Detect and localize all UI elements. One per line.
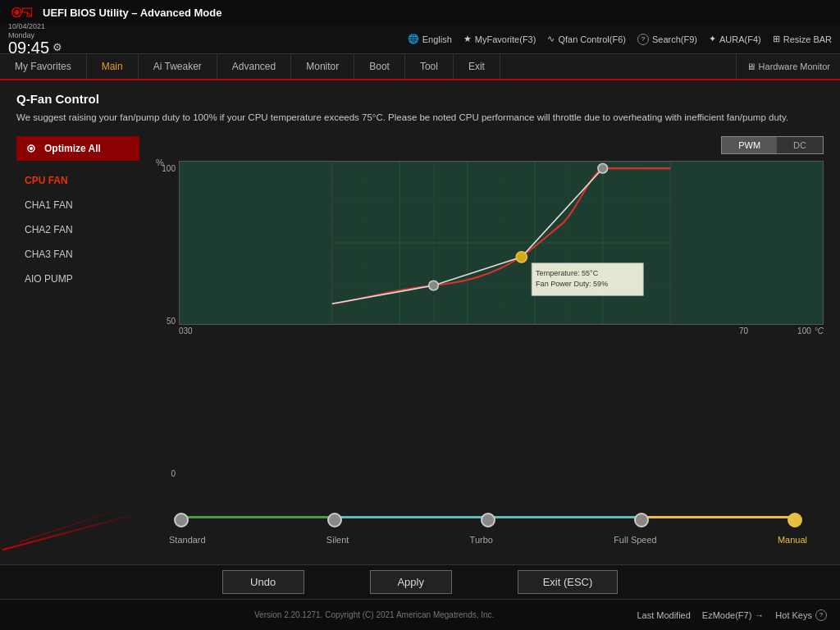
x-label-100: 100 °C [797,326,824,336]
nav-exit-label: Exit [468,61,485,72]
optimize-all-label: Optimize All [44,143,101,154]
language-selector[interactable]: 🌐 English [408,34,452,44]
nav-ai-tweaker[interactable]: Ai Tweaker [139,53,217,80]
preset-slider: Standard Silent Turbo Full Speed Manual [153,504,824,564]
top-bar: UEFI BIOS Utility – Advanced Mode [0,0,840,25]
second-bar: 10/04/2021 Monday 09:45 ⚙ 🌐 English ★ My… [0,25,840,54]
y-label-0: 0 [171,469,176,478]
footer-bar: Version 2.20.1271. Copyright (C) 2021 Am… [0,599,840,630]
svg-point-25 [516,252,527,262]
preset-node-turbo[interactable] [481,513,495,527]
hot-keys-btn[interactable]: Hot Keys ? [775,609,827,621]
search-label: Search(F9) [652,34,697,44]
x-label-30: 30 [184,326,193,336]
fan-item-aio[interactable]: AIO PUMP [16,267,139,290]
nav-my-favorites-label: My Favorites [15,61,71,72]
x-labels: 0 30 70 100 °C [179,325,824,336]
hardware-monitor-btn[interactable]: 🖥 Hardware Monitor [736,53,840,80]
nav-exit[interactable]: Exit [454,53,500,80]
optimize-all-button[interactable]: Optimize All [16,136,139,161]
svg-point-26 [598,164,608,174]
fan-item-cha3[interactable]: CHA3 FAN [16,243,139,266]
fan-item-cpu[interactable]: CPU FAN [16,169,139,192]
nav-advanced[interactable]: Advanced [217,53,291,80]
bottom-btn-bar: Undo Apply Exit (ESC) [0,564,840,599]
svg-text:Fan Power Duty: 59%: Fan Power Duty: 59% [536,280,608,288]
svg-text:Temperature: 55°C: Temperature: 55°C [536,269,599,277]
nav-tool[interactable]: Tool [405,53,454,80]
pwm-toggle-btn[interactable]: PWM [722,137,777,153]
my-favorite-btn[interactable]: ★ MyFavorite(F3) [463,34,536,44]
window-title: UEFI BIOS Utility – Advanced Mode [43,7,830,19]
last-modified-label: Last Modified [637,610,690,620]
dc-toggle-btn[interactable]: DC [777,137,823,153]
svg-point-5 [30,147,33,150]
hot-keys-label: Hot Keys [775,610,812,620]
nav-my-favorites[interactable]: My Favorites [0,53,87,80]
nav-boot-label: Boot [369,61,390,72]
preset-node-standard[interactable] [174,513,189,527]
arrow-icon: → [755,610,764,620]
apply-button[interactable]: Apply [370,570,452,594]
qfan-label: Qfan Control(F6) [558,34,626,44]
undo-button[interactable]: Undo [222,570,304,594]
slider-nodes [177,513,799,527]
fan-icon: ∿ [547,34,555,44]
resize-icon: ⊞ [773,34,780,44]
fan-curve-svg: Temperature: 55°C Fan Power Duty: 59% [179,161,824,325]
undo-label: Undo [250,576,276,588]
chart-container: PWM DC % 100 50 0 [153,136,824,564]
qfan-control-btn[interactable]: ∿ Qfan Control(F6) [547,34,626,44]
date-label: 10/04/2021 Monday [8,22,62,40]
nav-advanced-label: Advanced [232,61,276,72]
monitor-icon: 🖥 [746,62,756,71]
resize-label: Resize BAR [783,34,832,44]
preset-manual-label: Manual [778,535,807,545]
fan-control-area: Optimize All CPU FAN CHA1 FAN CHA2 FAN C… [16,136,824,564]
svg-line-3 [27,12,32,16]
last-modified-btn[interactable]: Last Modified [637,610,690,620]
nav-monitor-label: Monitor [306,61,339,72]
fan-item-cha1[interactable]: CHA1 FAN [16,194,139,217]
exit-button[interactable]: Exit (ESC) [518,570,619,594]
nav-main[interactable]: Main [87,53,139,80]
search-btn[interactable]: ? Search(F9) [637,34,697,45]
language-label: English [422,34,452,44]
gear-icon[interactable]: ⚙ [52,42,62,53]
rog-logo-icon [10,3,33,21]
fan-item-cha2[interactable]: CHA2 FAN [16,218,139,241]
ez-mode-btn[interactable]: EzMode(F7) → [702,610,765,620]
section-title: Q-Fan Control [16,92,824,106]
preset-node-manual[interactable] [788,513,802,527]
resize-bar-btn[interactable]: ⊞ Resize BAR [773,34,832,44]
chart-svg-container[interactable]: Temperature: 55°C Fan Power Duty: 59% 0 … [179,161,824,482]
nav-boot[interactable]: Boot [354,53,405,80]
nav-monitor[interactable]: Monitor [291,53,354,80]
preset-turbo-label: Turbo [470,535,493,545]
dc-label: DC [793,140,806,150]
search-icon: ? [637,34,649,45]
y-unit-label: % [156,158,164,167]
fan-list: Optimize All CPU FAN CHA1 FAN CHA2 FAN C… [16,136,139,564]
aura-btn[interactable]: ✦ AURA(F4) [709,34,761,44]
warning-text: We suggest raising your fan/pump duty to… [16,111,824,125]
y-label-50: 50 [167,317,176,326]
main-content: Q-Fan Control We suggest raising your fa… [0,80,840,564]
preset-fullspeed-label: Full Speed [614,535,657,545]
globe-icon: 🌐 [408,34,419,44]
aio-pump-label: AIO PUMP [25,273,73,285]
pwm-dc-row: PWM DC [153,136,824,158]
preset-node-fullspeed[interactable] [634,513,649,527]
preset-silent-label: Silent [326,535,349,545]
svg-point-24 [429,281,439,290]
footer-copyright: Version 2.20.1271. Copyright (C) 2021 Am… [112,610,637,619]
cpu-fan-label: CPU FAN [25,175,68,186]
datetime-block: 10/04/2021 Monday 09:45 ⚙ [8,22,62,57]
rog-small-icon [26,142,39,155]
nav-bar: My Favorites Main Ai Tweaker Advanced Mo… [0,54,840,80]
cha3-fan-label: CHA3 FAN [25,249,73,260]
x-label-70: 70 [739,326,748,336]
cha1-fan-label: CHA1 FAN [25,199,73,211]
preset-node-silent[interactable] [327,513,342,527]
nav-main-label: Main [102,61,123,72]
